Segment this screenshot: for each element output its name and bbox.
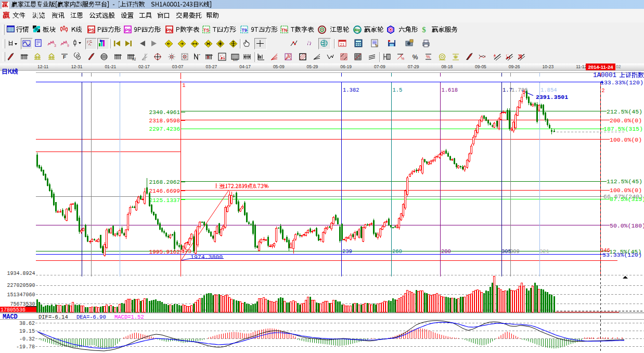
svg-text:1.854: 1.854 bbox=[540, 87, 557, 93]
svg-text:239: 239 bbox=[342, 248, 352, 255]
svg-text:280: 280 bbox=[441, 248, 451, 255]
svg-text:2391.3501: 2391.3501 bbox=[536, 94, 568, 100]
svg-text:2: 2 bbox=[602, 88, 605, 94]
svg-text:1.5: 1.5 bbox=[393, 87, 403, 93]
svg-text:2125.1337: 2125.1337 bbox=[149, 197, 180, 204]
svg-text:87.5%(315): 87.5%(315) bbox=[610, 196, 644, 203]
svg-text:346: 346 bbox=[600, 247, 610, 254]
svg-text:187.5%(315): 187.5%(315) bbox=[603, 125, 643, 132]
svg-text:2297.4236: 2297.4236 bbox=[149, 126, 180, 132]
svg-text:2340.4961: 2340.4961 bbox=[149, 109, 181, 116]
svg-text:1.618: 1.618 bbox=[442, 87, 458, 93]
svg-text:260: 260 bbox=[392, 248, 402, 255]
svg-text:2318.9598: 2318.9598 bbox=[149, 118, 180, 124]
svg-text:1974.3800: 1974.3800 bbox=[190, 254, 223, 260]
svg-text:38.62: 38.62 bbox=[19, 321, 35, 326]
svg-text:1.382: 1.382 bbox=[343, 87, 359, 93]
svg-text:75673530: 75673530 bbox=[10, 301, 35, 307]
svg-text:212.5%(45): 212.5%(45) bbox=[607, 108, 642, 115]
svg-text:321: 321 bbox=[539, 248, 549, 255]
svg-text:1: 1 bbox=[183, 83, 186, 89]
svg-text:-19.78: -19.78 bbox=[16, 344, 35, 350]
svg-text:151347060: 151347060 bbox=[7, 292, 35, 298]
svg-text:112.5%(45): 112.5%(45) bbox=[607, 178, 642, 185]
svg-text:19.15: 19.15 bbox=[19, 329, 35, 334]
svg-text:17805536: 17805536 bbox=[1, 307, 25, 313]
svg-text:1934.8924: 1934.8924 bbox=[7, 271, 35, 276]
svg-text:227020590: 227020590 bbox=[7, 283, 35, 288]
svg-text:100.0%(0): 100.0%(0) bbox=[610, 136, 642, 143]
svg-text:2146.6699: 2146.6699 bbox=[149, 188, 180, 194]
svg-text:50.0%(180): 50.0%(180) bbox=[610, 222, 644, 229]
svg-text:309: 309 bbox=[510, 248, 520, 255]
svg-text:1995.9162: 1995.9162 bbox=[149, 249, 180, 255]
svg-text:2168.2062: 2168.2062 bbox=[149, 179, 180, 185]
svg-text:200.0%(0): 200.0%(0) bbox=[610, 117, 642, 124]
svg-text:-0.32: -0.32 bbox=[19, 336, 35, 342]
